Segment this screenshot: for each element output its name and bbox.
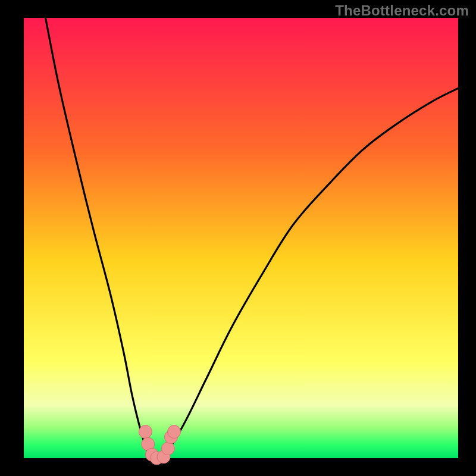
curve-marker bbox=[139, 425, 152, 439]
chart-frame: { "watermark": "TheBottleneck.com", "col… bbox=[0, 0, 476, 476]
watermark: TheBottleneck.com bbox=[335, 2, 469, 19]
curve-marker bbox=[168, 425, 181, 439]
curve-marker bbox=[161, 442, 174, 455]
chart-svg bbox=[0, 0, 476, 476]
plot-background bbox=[24, 18, 458, 458]
